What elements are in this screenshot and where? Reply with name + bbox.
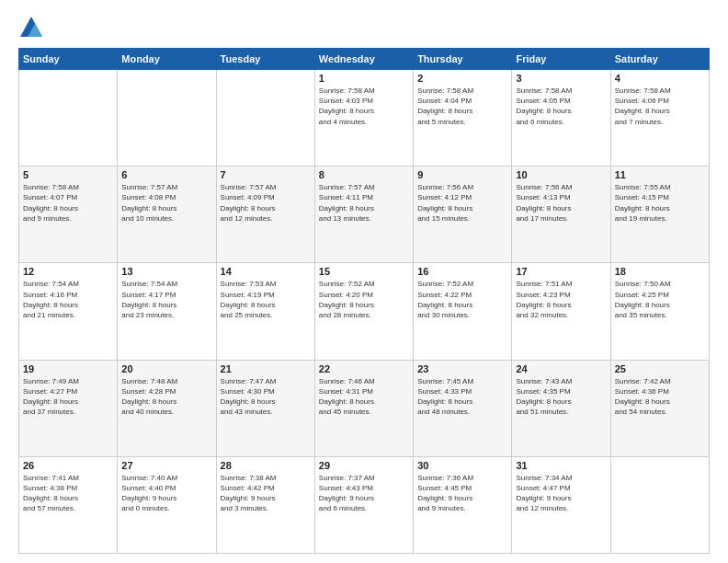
day-number: 31	[516, 460, 606, 471]
calendar-week-row: 19Sunrise: 7:49 AM Sunset: 4:27 PM Dayli…	[19, 360, 710, 456]
calendar-cell: 5Sunrise: 7:58 AM Sunset: 4:07 PM Daylig…	[19, 167, 118, 263]
day-info: Sunrise: 7:47 AM Sunset: 4:30 PM Dayligh…	[221, 376, 311, 418]
calendar-cell	[118, 70, 216, 167]
day-number: 11	[615, 169, 705, 180]
calendar-week-row: 5Sunrise: 7:58 AM Sunset: 4:07 PM Daylig…	[19, 167, 710, 263]
day-info: Sunrise: 7:50 AM Sunset: 4:25 PM Dayligh…	[615, 279, 705, 320]
day-info: Sunrise: 7:55 AM Sunset: 4:15 PM Dayligh…	[615, 182, 705, 224]
day-info: Sunrise: 7:58 AM Sunset: 4:03 PM Dayligh…	[319, 86, 409, 127]
day-number: 4	[615, 73, 705, 84]
calendar-cell: 18Sunrise: 7:50 AM Sunset: 4:25 PM Dayli…	[610, 263, 709, 360]
day-info: Sunrise: 7:42 AM Sunset: 4:36 PM Dayligh…	[615, 376, 705, 418]
day-number: 23	[417, 363, 507, 374]
day-info: Sunrise: 7:56 AM Sunset: 4:12 PM Dayligh…	[417, 182, 507, 224]
calendar-cell: 24Sunrise: 7:43 AM Sunset: 4:35 PM Dayli…	[512, 360, 610, 456]
calendar-cell: 10Sunrise: 7:56 AM Sunset: 4:13 PM Dayli…	[512, 167, 610, 263]
day-info: Sunrise: 7:57 AM Sunset: 4:08 PM Dayligh…	[121, 182, 211, 224]
day-number: 17	[516, 266, 606, 277]
calendar-cell: 13Sunrise: 7:54 AM Sunset: 4:17 PM Dayli…	[118, 263, 216, 360]
day-number: 20	[121, 363, 211, 374]
day-number: 12	[23, 266, 113, 277]
header-day: Sunday	[19, 49, 118, 70]
day-info: Sunrise: 7:43 AM Sunset: 4:35 PM Dayligh…	[516, 376, 606, 418]
calendar-cell: 26Sunrise: 7:41 AM Sunset: 4:38 PM Dayli…	[19, 456, 118, 553]
day-number: 14	[221, 266, 311, 277]
day-info: Sunrise: 7:38 AM Sunset: 4:42 PM Dayligh…	[221, 473, 311, 514]
day-number: 3	[516, 73, 606, 84]
calendar-cell: 6Sunrise: 7:57 AM Sunset: 4:08 PM Daylig…	[118, 167, 216, 263]
calendar-cell: 25Sunrise: 7:42 AM Sunset: 4:36 PM Dayli…	[610, 360, 709, 456]
calendar-cell: 22Sunrise: 7:46 AM Sunset: 4:31 PM Dayli…	[314, 360, 413, 456]
day-number: 19	[23, 363, 113, 374]
day-info: Sunrise: 7:52 AM Sunset: 4:20 PM Dayligh…	[319, 279, 409, 320]
calendar-cell: 28Sunrise: 7:38 AM Sunset: 4:42 PM Dayli…	[216, 456, 314, 553]
day-info: Sunrise: 7:51 AM Sunset: 4:23 PM Dayligh…	[516, 279, 606, 320]
day-number: 1	[319, 73, 409, 84]
day-number: 2	[417, 73, 507, 84]
day-number: 28	[221, 460, 311, 471]
day-info: Sunrise: 7:58 AM Sunset: 4:07 PM Dayligh…	[23, 182, 113, 224]
day-info: Sunrise: 7:37 AM Sunset: 4:43 PM Dayligh…	[319, 473, 409, 514]
day-number: 26	[23, 460, 113, 471]
day-number: 6	[121, 169, 211, 180]
calendar-cell: 16Sunrise: 7:52 AM Sunset: 4:22 PM Dayli…	[414, 263, 512, 360]
day-info: Sunrise: 7:57 AM Sunset: 4:11 PM Dayligh…	[319, 182, 409, 224]
calendar-week-row: 12Sunrise: 7:54 AM Sunset: 4:16 PM Dayli…	[19, 263, 710, 360]
day-info: Sunrise: 7:58 AM Sunset: 4:04 PM Dayligh…	[417, 86, 507, 127]
calendar-cell: 1Sunrise: 7:58 AM Sunset: 4:03 PM Daylig…	[314, 70, 413, 167]
day-number: 13	[121, 266, 211, 277]
day-number: 18	[615, 266, 705, 277]
calendar-table: SundayMondayTuesdayWednesdayThursdayFrid…	[18, 48, 710, 554]
calendar-cell: 23Sunrise: 7:45 AM Sunset: 4:33 PM Dayli…	[414, 360, 512, 456]
calendar-cell	[216, 70, 314, 167]
header-row: SundayMondayTuesdayWednesdayThursdayFrid…	[19, 49, 710, 70]
header-day: Wednesday	[314, 49, 413, 70]
calendar-cell: 2Sunrise: 7:58 AM Sunset: 4:04 PM Daylig…	[414, 70, 512, 167]
calendar-cell: 9Sunrise: 7:56 AM Sunset: 4:12 PM Daylig…	[414, 167, 512, 263]
calendar-cell: 21Sunrise: 7:47 AM Sunset: 4:30 PM Dayli…	[216, 360, 314, 456]
day-number: 10	[516, 169, 606, 180]
day-number: 21	[221, 363, 311, 374]
calendar-cell: 8Sunrise: 7:57 AM Sunset: 4:11 PM Daylig…	[314, 167, 413, 263]
day-number: 16	[417, 266, 507, 277]
day-info: Sunrise: 7:54 AM Sunset: 4:16 PM Dayligh…	[23, 279, 113, 320]
calendar-week-row: 26Sunrise: 7:41 AM Sunset: 4:38 PM Dayli…	[19, 456, 710, 553]
calendar-cell: 20Sunrise: 7:48 AM Sunset: 4:28 PM Dayli…	[118, 360, 216, 456]
day-info: Sunrise: 7:40 AM Sunset: 4:40 PM Dayligh…	[121, 473, 211, 514]
calendar-cell: 31Sunrise: 7:34 AM Sunset: 4:47 PM Dayli…	[512, 456, 610, 553]
header-day: Monday	[118, 49, 216, 70]
day-info: Sunrise: 7:34 AM Sunset: 4:47 PM Dayligh…	[516, 473, 606, 514]
calendar-cell: 17Sunrise: 7:51 AM Sunset: 4:23 PM Dayli…	[512, 263, 610, 360]
day-info: Sunrise: 7:58 AM Sunset: 4:06 PM Dayligh…	[615, 86, 705, 127]
header-day: Saturday	[610, 49, 709, 70]
calendar-cell: 7Sunrise: 7:57 AM Sunset: 4:09 PM Daylig…	[216, 167, 314, 263]
day-info: Sunrise: 7:52 AM Sunset: 4:22 PM Dayligh…	[417, 279, 507, 320]
day-number: 5	[23, 169, 113, 180]
logo	[18, 15, 48, 40]
day-number: 7	[221, 169, 311, 180]
day-number: 22	[319, 363, 409, 374]
day-info: Sunrise: 7:45 AM Sunset: 4:33 PM Dayligh…	[417, 376, 507, 418]
calendar-cell: 12Sunrise: 7:54 AM Sunset: 4:16 PM Dayli…	[19, 263, 118, 360]
day-number: 27	[121, 460, 211, 471]
day-number: 24	[516, 363, 606, 374]
header	[18, 15, 710, 40]
calendar-cell: 3Sunrise: 7:58 AM Sunset: 4:05 PM Daylig…	[512, 70, 610, 167]
day-info: Sunrise: 7:54 AM Sunset: 4:17 PM Dayligh…	[121, 279, 211, 320]
header-day: Friday	[512, 49, 610, 70]
day-info: Sunrise: 7:53 AM Sunset: 4:19 PM Dayligh…	[221, 279, 311, 320]
day-info: Sunrise: 7:57 AM Sunset: 4:09 PM Dayligh…	[221, 182, 311, 224]
day-number: 30	[417, 460, 507, 471]
day-number: 25	[615, 363, 705, 374]
day-info: Sunrise: 7:49 AM Sunset: 4:27 PM Dayligh…	[23, 376, 113, 418]
day-info: Sunrise: 7:48 AM Sunset: 4:28 PM Dayligh…	[121, 376, 211, 418]
day-number: 8	[319, 169, 409, 180]
calendar-cell: 19Sunrise: 7:49 AM Sunset: 4:27 PM Dayli…	[19, 360, 118, 456]
day-number: 9	[417, 169, 507, 180]
calendar-week-row: 1Sunrise: 7:58 AM Sunset: 4:03 PM Daylig…	[19, 70, 710, 167]
day-info: Sunrise: 7:36 AM Sunset: 4:45 PM Dayligh…	[417, 473, 507, 514]
calendar-cell	[610, 456, 709, 553]
day-info: Sunrise: 7:46 AM Sunset: 4:31 PM Dayligh…	[319, 376, 409, 418]
calendar-cell: 4Sunrise: 7:58 AM Sunset: 4:06 PM Daylig…	[610, 70, 709, 167]
day-info: Sunrise: 7:41 AM Sunset: 4:38 PM Dayligh…	[23, 473, 113, 514]
